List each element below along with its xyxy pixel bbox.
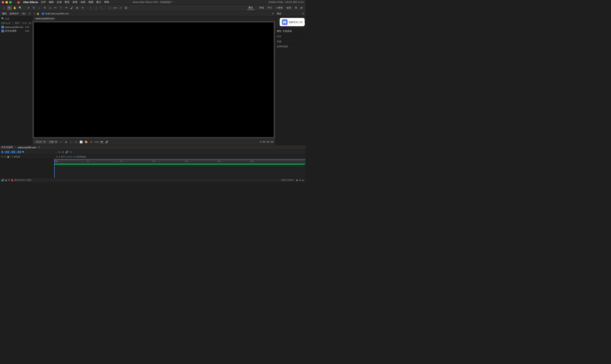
color-correct-btn[interactable]: 🎨 xyxy=(84,140,88,144)
timeline-tab-0[interactable]: 苏音资源网 xyxy=(1,146,13,149)
app-menu-aftereffects[interactable]: After Effects xyxy=(22,1,39,4)
apple-menu[interactable]: 🍎 xyxy=(16,1,21,4)
transparency-btn[interactable]: ⬜ xyxy=(79,140,83,144)
menu-edit[interactable]: 编辑 xyxy=(48,0,55,4)
menu-compose[interactable]: 合成 xyxy=(55,0,63,4)
tool-brush[interactable]: 🖌 xyxy=(69,6,74,10)
tool-align-icon[interactable]: ⟺ xyxy=(113,6,117,10)
project-item-0[interactable]: www.suyin66.com 合成 xyxy=(0,25,32,29)
snapshot-view-btn[interactable]: 🔗 xyxy=(105,140,109,144)
timeline-tab-1[interactable]: www.suyin66.com xyxy=(18,146,36,149)
tl-ctrl-2[interactable]: ⊕ xyxy=(58,151,60,154)
tl-ctrl-5[interactable]: ⊡ xyxy=(70,151,72,154)
comp-lock-icon[interactable]: 🔒 xyxy=(37,12,40,15)
project-tab[interactable]: 项目 xyxy=(1,12,8,15)
lc-tag-icon[interactable]: # xyxy=(12,156,13,158)
tool-select[interactable]: ↖ xyxy=(7,6,12,10)
comp-tab[interactable]: ■ 合成 www.suyin66.com xyxy=(41,12,70,15)
quality-select[interactable]: 完整 xyxy=(48,140,58,144)
lc-color-icon[interactable]: ▪ xyxy=(10,156,11,158)
menu-animation[interactable]: 动画 xyxy=(79,0,87,4)
tool-grid[interactable]: ⊞ xyxy=(124,6,128,10)
tl-timecode[interactable]: 0:00:00:00 xyxy=(1,150,21,154)
menu-view[interactable]: 视图 xyxy=(87,0,95,4)
tool-snap2[interactable]: ⋮ xyxy=(94,6,98,10)
tool-rotate[interactable]: ⟲ xyxy=(42,6,47,10)
menu-help[interactable]: 帮助 xyxy=(103,0,110,4)
workspace-review[interactable]: 审阅 xyxy=(258,6,266,10)
tl-left-header: 0:00:00:00 🔍 xyxy=(0,150,54,154)
audio-section[interactable]: 音频 xyxy=(276,39,306,44)
fullscreen-btn[interactable]: ⤢ xyxy=(59,140,63,144)
effects-presets-section[interactable]: 效果和预设 xyxy=(276,44,306,49)
tl-ctrl-1[interactable]: ↕ xyxy=(55,151,57,154)
effects-tab[interactable]: 效果控件 xyxy=(9,12,20,15)
mac-menu: 🍎 After Effects 文件 编辑 合成 图层 效果 动画 视图 窗口 … xyxy=(16,0,110,4)
tool-home[interactable]: ⌂ xyxy=(2,6,6,10)
3d-btn[interactable]: ◻ xyxy=(74,140,78,144)
workspace-more[interactable]: ≫ xyxy=(299,6,304,10)
tool-move-up[interactable]: ↕ xyxy=(37,6,41,10)
tool-pen2[interactable]: ✒ xyxy=(64,6,68,10)
search-icon: 🔍 xyxy=(1,17,4,20)
preview-menu-icon[interactable]: ☰ xyxy=(302,12,304,15)
col-name-header[interactable]: 名称 ▲ ⚑ xyxy=(1,22,14,25)
tl-search-input[interactable] xyxy=(26,151,36,153)
tool-hand[interactable]: ✋ xyxy=(13,6,17,10)
switch-mode-label[interactable]: 切换开关/模式 xyxy=(281,179,294,182)
workspace-small[interactable]: 小屏幕 xyxy=(274,6,284,10)
maximize-button[interactable] xyxy=(9,1,12,3)
tl-tab-close-1[interactable]: ☰ xyxy=(38,146,40,149)
tool-redo[interactable]: ↻ xyxy=(31,6,36,10)
search-input[interactable] xyxy=(5,17,31,20)
lc-solo-icon[interactable]: ◎ xyxy=(4,156,6,158)
tool-stamp[interactable]: ⊕ xyxy=(75,6,80,10)
grid-toggle-btn[interactable]: ⊞ xyxy=(64,140,68,144)
panel-close-icon[interactable]: ✕ xyxy=(34,13,35,15)
lc-lock-icon[interactable]: 🔒 xyxy=(7,156,9,158)
crop-btn[interactable]: ⬚ xyxy=(69,140,73,144)
workspace-default[interactable]: 默认 xyxy=(247,6,255,10)
tl-tracks-area: 00s 5s 10s 15s 20s 25s 30s xyxy=(54,159,306,178)
workspace-switcher: 默认 审阅 学习 小屏幕 标准 库 ≫ xyxy=(247,6,304,10)
menu-file[interactable]: 文件 xyxy=(40,0,47,4)
tl-ctrl-3[interactable]: ⊞ xyxy=(62,151,64,154)
col-network-icon[interactable]: ⊞ xyxy=(29,22,31,24)
lc-eye-icon[interactable]: 👁 xyxy=(1,156,3,158)
tl-right-controls: ↕ ⊕ ⊞ 🔗 ⊡ xyxy=(54,151,306,154)
window-title: Adobe After Effects 2025 - 无标题项目 * xyxy=(133,1,173,4)
project-item-1[interactable]: 苏音资源网 合成 xyxy=(0,29,32,33)
minimize-button[interactable] xyxy=(5,1,8,3)
zoom-select[interactable]: 79.1% xyxy=(34,140,46,144)
preview-area: 拖拽至此上传 I xyxy=(276,16,306,29)
menu-effect[interactable]: 效果 xyxy=(71,0,79,4)
snapshot-btn[interactable]: 📷 xyxy=(100,140,104,144)
upload-tooltip[interactable]: 拖拽至此上传 xyxy=(280,18,305,26)
tool-snap3[interactable]: ⋱ xyxy=(99,6,104,10)
tool-pin[interactable]: ✦ xyxy=(80,6,85,10)
tl-ctrl-4[interactable]: 🔗 xyxy=(66,151,68,154)
offset-display: +0.0 xyxy=(94,141,99,143)
tool-undo[interactable]: ↺ xyxy=(26,6,31,10)
green-bar xyxy=(55,163,305,165)
tool-zoom[interactable]: 🔍 xyxy=(18,6,23,10)
item-thumb-0 xyxy=(1,26,4,28)
refresh-btn[interactable]: ↺ xyxy=(89,140,93,144)
workspace-standard[interactable]: 标准 xyxy=(285,6,293,10)
close-button[interactable] xyxy=(2,1,4,3)
tl-tab-sep: ✕ xyxy=(14,146,16,149)
tool-text[interactable]: T xyxy=(59,6,63,10)
tool-snap1[interactable]: ⋮ xyxy=(88,6,93,10)
tool-pen[interactable]: ✏ xyxy=(53,6,58,10)
panel-menu-icon[interactable]: ☰ xyxy=(29,12,31,15)
tool-rect[interactable]: ▭ xyxy=(48,6,52,10)
workspace-library[interactable]: 库 xyxy=(293,6,299,10)
tool-mask[interactable]: ⬚ xyxy=(107,6,112,10)
align-section[interactable]: 对齐 xyxy=(276,34,306,39)
menu-layer[interactable]: 图层 xyxy=(63,0,71,4)
workspace-learn[interactable]: 学习 xyxy=(266,6,274,10)
menu-window[interactable]: 窗口 xyxy=(95,0,103,4)
viewer-menu-icon[interactable]: ☰ xyxy=(272,12,274,15)
tool-fit[interactable]: ⤢ xyxy=(118,6,123,10)
props-label: 属性: 无选择项 xyxy=(277,30,304,33)
